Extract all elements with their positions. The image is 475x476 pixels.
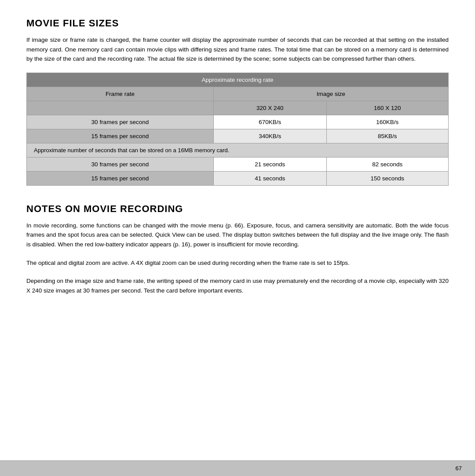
row2-label: 15 frames per second	[27, 129, 214, 143]
table-row-30fps-sec: 30 frames per second 21 seconds 82 secon…	[27, 157, 449, 171]
table-row-30fps-kb: 30 frames per second 670KB/s 160KB/s	[27, 115, 449, 129]
main-header-cell: Approximate recording rate	[27, 73, 449, 87]
empty-cell-1	[27, 101, 214, 115]
col-160-header: 160 X 120	[326, 101, 448, 115]
span-label: Approximate number of seconds that can b…	[27, 143, 449, 157]
col-header-framerate: Frame rate	[27, 87, 214, 101]
row4-320: 41 seconds	[213, 171, 326, 185]
table-row-15fps-kb: 15 frames per second 340KB/s 85KB/s	[27, 129, 449, 143]
table-span-row: Approximate number of seconds that can b…	[27, 143, 449, 157]
row3-label: 30 frames per second	[27, 157, 214, 171]
row1-label: 30 frames per second	[27, 115, 214, 129]
section1-title: MOVIE FILE SIZES	[26, 18, 449, 29]
row4-label: 15 frames per second	[27, 171, 214, 185]
table-subheader-row: Frame rate Image size	[27, 87, 449, 101]
section2-body2: The optical and digital zoom are active.…	[26, 258, 449, 268]
table-imagesize-cols-row: 320 X 240 160 X 120	[27, 101, 449, 115]
row1-320: 670KB/s	[213, 115, 326, 129]
row4-160: 150 seconds	[326, 171, 448, 185]
row2-320: 340KB/s	[213, 129, 326, 143]
section2-body3: Depending on the image size and frame ra…	[26, 276, 449, 295]
col-320-header: 320 X 240	[213, 101, 326, 115]
section1-body: If image size or frame rate is changed, …	[26, 35, 449, 64]
section2-title: NOTES ON MOVIE RECORDING	[26, 203, 449, 215]
row2-160: 85KB/s	[326, 129, 448, 143]
recording-rate-table: Approximate recording rate Frame rate Im…	[26, 73, 449, 186]
section2-body1: In movie recording, some functions can b…	[26, 221, 449, 249]
table-row-15fps-sec: 15 frames per second 41 seconds 150 seco…	[27, 171, 449, 185]
table-main-header-row: Approximate recording rate	[27, 73, 449, 87]
col-header-imagesize: Image size	[213, 87, 448, 101]
page-number: 67	[456, 465, 462, 472]
row1-160: 160KB/s	[326, 115, 448, 129]
page-footer: 67	[0, 460, 475, 476]
row3-160: 82 seconds	[326, 157, 448, 171]
row3-320: 21 seconds	[213, 157, 326, 171]
